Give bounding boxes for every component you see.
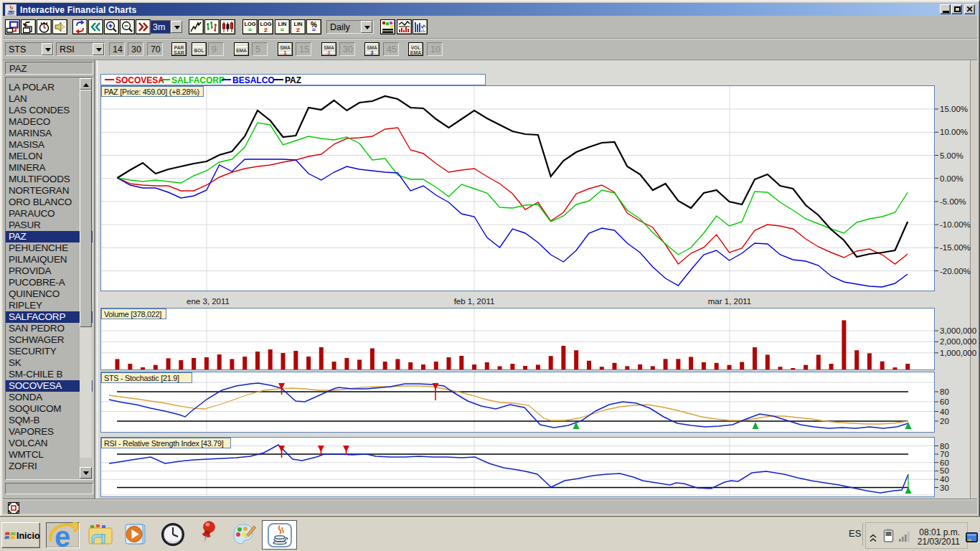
svg-text:20: 20 [940, 417, 949, 425]
svg-text:SALFACORP: SALFACORP [171, 75, 225, 85]
svg-text:-10.00%: -10.00% [940, 220, 971, 229]
svg-text:5.00%: 5.00% [940, 151, 963, 160]
svg-text:BESALCO: BESALCO [232, 75, 275, 85]
svg-text:40: 40 [940, 408, 949, 416]
svg-text:-20.00%: -20.00% [940, 267, 971, 276]
svg-text:=: = [312, 27, 316, 34]
svg-text:-15.00%: -15.00% [940, 243, 971, 252]
svg-text:80: 80 [940, 442, 949, 451]
svg-text:mar 1, 2011: mar 1, 2011 [708, 297, 752, 306]
svg-text:2,000,000: 2,000,000 [940, 337, 976, 346]
svg-text:15.00%: 15.00% [940, 105, 968, 113]
svg-text:Volume [378,022]: Volume [378,022] [104, 310, 161, 319]
svg-text:BOL: BOL [194, 48, 204, 53]
svg-text:40: 40 [940, 475, 949, 484]
svg-text:3: 3 [371, 50, 374, 55]
svg-text:RSI - Relative Strength Index: RSI - Relative Strength Index [43.79] [104, 439, 224, 448]
svg-text:SMA: SMA [324, 45, 334, 50]
svg-text:2: 2 [327, 50, 330, 55]
svg-text:1,000,000: 1,000,000 [940, 349, 976, 357]
svg-text:≠: ≠ [264, 27, 268, 34]
svg-text:1: 1 [283, 50, 286, 55]
svg-text:10.00%: 10.00% [940, 128, 968, 136]
svg-text:SOCOVESA: SOCOVESA [116, 75, 164, 85]
svg-text:30: 30 [940, 484, 949, 492]
svg-text:60: 60 [940, 397, 949, 406]
svg-text:0.00%: 0.00% [940, 174, 963, 183]
svg-text:60: 60 [940, 458, 949, 467]
svg-text:≠: ≠ [296, 27, 300, 34]
svg-text:80: 80 [940, 387, 949, 396]
svg-text:-5.00%: -5.00% [940, 197, 966, 206]
svg-text:SMA: SMA [280, 45, 291, 50]
svg-text:PAZ: PAZ [285, 75, 301, 85]
svg-text:VOL: VOL [411, 45, 421, 50]
svg-text:SAR: SAR [174, 50, 184, 55]
svg-text:feb 1, 2011: feb 1, 2011 [454, 297, 495, 306]
svg-text:ene 3, 2011: ene 3, 2011 [187, 297, 230, 306]
svg-text:STS - Stochastic [21.9]: STS - Stochastic [21.9] [104, 374, 179, 382]
svg-text:3,000,000: 3,000,000 [940, 326, 976, 335]
svg-text:=: = [248, 27, 252, 34]
svg-text:SMA: SMA [367, 45, 378, 50]
svg-text:EMA: EMA [236, 48, 247, 53]
svg-text:50: 50 [940, 466, 949, 475]
svg-text:PAR: PAR [174, 45, 184, 50]
svg-text:70: 70 [940, 450, 949, 458]
svg-text:=: = [280, 27, 283, 34]
svg-text:EMA: EMA [410, 50, 422, 55]
svg-text:PAZ [Price: 459.00] (+8.28%): PAZ [Price: 459.00] (+8.28%) [104, 88, 199, 96]
